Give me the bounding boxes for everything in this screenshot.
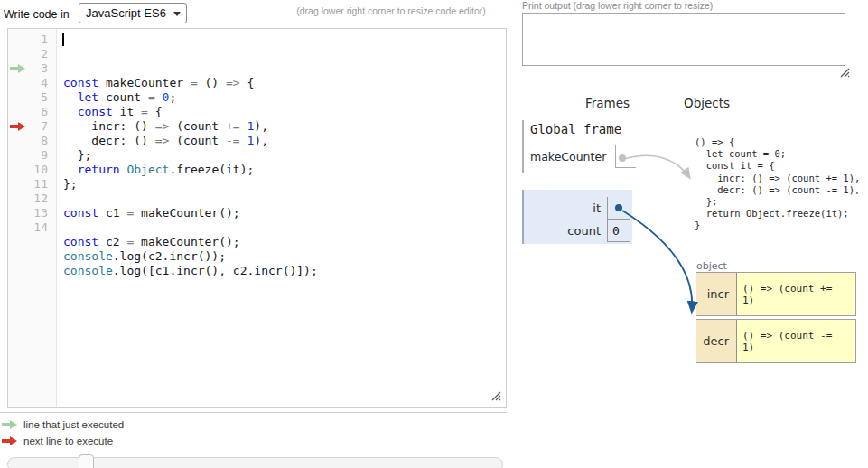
code-token: => [226,76,240,89]
code-token: Object [126,163,169,176]
editor-resize-hint: (drag lower right corner to resize code … [287,5,495,16]
line-number: 9 [8,148,48,163]
print-output-resize-grip-icon[interactable] [840,68,850,78]
code-token: -= [226,134,240,147]
editor-code-area[interactable]: const makeCounter = () => { let count = … [57,29,506,407]
code-editor[interactable]: 1234567891011121314 const makeCounter = … [7,28,507,408]
variable-row: makeCounter [530,145,636,168]
current-frame: itcount0 [522,190,632,244]
code-line: const makeCounter = () => { [63,76,506,90]
variable-value-cell [615,145,636,168]
code-token [240,134,247,147]
code-line: }; [63,148,506,163]
variable-name: it [593,201,601,215]
pointer-dot [619,154,626,162]
line-number: 8 [8,134,48,148]
code-line: return Object.freeze(it); [63,163,506,177]
line-number: 12 [8,192,48,206]
code-token: it [113,105,141,118]
code-line: decr: () => (count -= 1), [63,134,506,148]
legend-divider [0,412,507,413]
object-key: incr [696,273,737,315]
execution-step-slider[interactable] [7,457,503,468]
code-token: = [148,90,155,104]
object-entry-row: incr() => (count += 1) [696,272,856,316]
object-value: () => (count += 1) [737,273,855,315]
code-token: const [78,105,113,118]
chevron-down-icon [173,12,181,16]
arrow-shaft [10,67,18,70]
code-token: incr: () [63,119,155,133]
code-token: ), [254,119,268,133]
code-token [155,90,163,104]
print-output-textarea[interactable] [522,13,845,66]
code-token: (count [169,134,226,147]
code-token: decr: () [63,134,155,147]
variable-value-cell: 0 [607,220,630,242]
code-line: incr: () => (count += 1), [63,119,506,134]
arrow-head [18,122,25,131]
arrow-head [18,64,25,73]
code-token: }; [63,148,91,162]
code-line: console.log(c2.incr()); [63,249,506,264]
code-token: makeCounter(); [134,235,239,248]
pointer-arrow-it [622,211,692,311]
code-token: count [98,90,148,104]
code-line: }; [63,177,506,192]
variable-name: count [567,224,601,238]
code-line: const c1 = makeCounter(); [63,206,506,220]
arrow-shaft [10,125,18,128]
slider-handle[interactable] [79,454,94,468]
code-token: makeCounter(); [134,206,239,220]
legend-prev-label: line that just executed [23,419,124,430]
legend-item-next: next line to execute [2,435,113,446]
line-number: 6 [8,105,48,119]
line-number: 2 [8,47,48,61]
object-entry-row: decr() => (count -= 1) [696,319,856,363]
editor-resize-grip-icon[interactable] [491,391,501,401]
prev-line-arrow-icon [10,64,25,73]
code-line: const c2 = makeCounter(); [63,235,506,249]
object-table: incr() => (count += 1)decr() => (count -… [696,272,856,366]
code-token: .log([c1.incr(), c2.incr()]); [113,264,318,277]
code-token [63,163,78,176]
language-select[interactable]: JavaScript ES6 [79,3,187,23]
code-token: .freeze(it); [169,163,254,176]
code-token: let [78,90,98,104]
code-token: = [191,76,198,89]
code-token: return [78,163,120,176]
code-token: c1 [98,206,126,220]
line-number: 14 [8,220,48,235]
write-code-in-label: Write code in [4,8,70,21]
function-object-code: () => { let count = 0; const it = { incr… [695,136,860,232]
line-number: 13 [8,206,48,220]
code-token: (count [169,119,226,133]
variable-value-cell [607,197,630,220]
code-token: const [63,76,98,89]
object-value: () => (count -= 1) [737,320,855,362]
variable-row: count0 [524,220,632,242]
code-token: () [198,76,226,89]
frames-header: Frames [585,96,630,110]
code-token: }; [63,177,78,191]
code-token: makeCounter [98,76,191,89]
text-cursor [62,33,64,46]
code-token [63,90,78,104]
code-token: { [240,76,255,89]
code-token [240,119,247,133]
legend-prev-arrow-icon [2,420,17,429]
code-line: console.log([c1.incr(), c2.incr()]); [63,264,506,278]
print-output-label: Print output (drag lower right corner to… [522,0,713,11]
code-token: { [148,105,163,118]
code-line [63,192,506,206]
code-token: const [63,206,98,220]
code-token: console [63,264,113,277]
object-key: decr [696,320,737,362]
line-number: 5 [8,90,48,105]
global-frame-title: Global frame [530,122,636,136]
language-select-value: JavaScript ES6 [86,6,166,20]
code-token: console [63,249,113,263]
objects-header: Objects [684,96,730,110]
code-token: const [63,235,98,248]
editor-gutter: 1234567891011121314 [8,29,57,407]
